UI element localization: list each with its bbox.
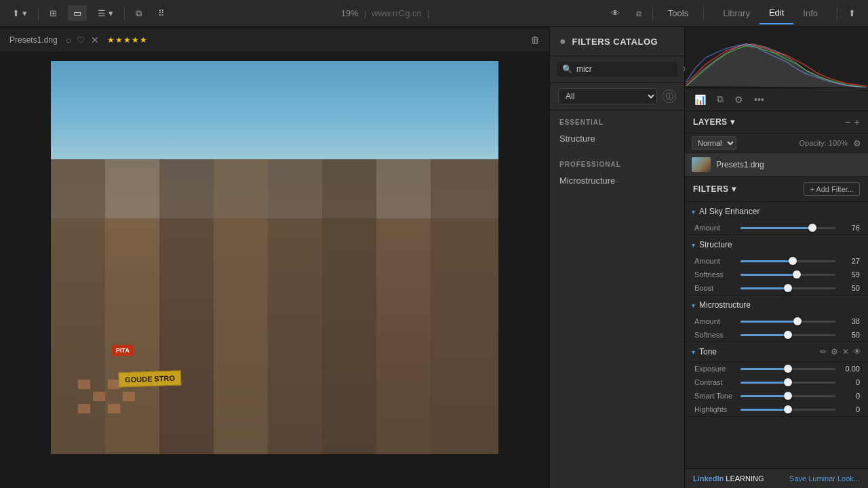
filmstrip-button[interactable]: ☰ ▾ [92,5,119,21]
compare-button[interactable]: ⧈ [631,5,647,22]
histogram-icon-button[interactable]: 📊 [692,93,709,106]
add-filter-button[interactable]: + Add Filter... [804,182,860,196]
tone-actions: ✏ ⚙ ✕ 👁 [820,347,861,357]
filters-all-row: All ⓘ [550,83,684,110]
ai-sky-chevron: ▾ [692,208,695,216]
structure-chevron: ▾ [692,241,695,249]
microstructure-chevron: ▾ [692,302,695,309]
heart-icon-button[interactable]: ♡ [77,35,85,45]
filters-panel-close-button[interactable]: ● [559,35,566,47]
structure-header[interactable]: ▾ Structure [685,235,868,254]
filters-panel-title: FILTERS CATALOG [572,37,658,47]
tone-visibility-button[interactable]: 👁 [853,347,861,357]
tone-highlights-label: Highlights [694,405,735,413]
layers-icon-button[interactable]: ⧉ [714,92,726,106]
bottom-bar-text: LinkedIn LEARNING [693,474,764,483]
microstructure-softness-row: Softness 50 [685,328,868,342]
histogram-chart [685,27,868,87]
ai-sky-amount-value: 76 [841,224,860,232]
tone-contrast-value: 0 [841,378,860,386]
microstructure-amount-slider[interactable] [741,321,835,323]
settings-icon-button[interactable]: ⚙ [732,93,746,106]
edit-tab[interactable]: Edit [760,2,793,24]
filters-section-header: FILTERS ▾ + Add Filter... [685,177,868,202]
grid-view-button[interactable]: ⊞ [44,5,62,21]
photo-image: GOUDE STRO PITA [51,61,498,454]
more-icon-button[interactable]: ••• [751,93,767,106]
tone-exposure-slider[interactable] [741,368,835,370]
tone-exposure-value: 0.00 [841,365,860,373]
eye-icon: 👁 [611,8,620,18]
apps-icon: ⠿ [158,8,165,18]
layer-thumbnail [692,157,711,172]
filters-catalog-panel: ● FILTERS CATALOG 🔍 ✕ All ⓘ ESSENTIAL St… [549,27,685,488]
tone-contrast-slider[interactable] [741,382,835,384]
tone-smart-row: Smart Tone 0 [685,389,868,403]
blend-mode-select[interactable]: Normal [692,136,736,150]
ai-sky-amount-row: Amount 76 [685,221,868,235]
apps-button[interactable]: ⠿ [153,5,170,21]
tone-settings-button[interactable]: ⚙ [831,347,838,357]
eye-button[interactable]: 👁 [606,5,625,21]
export-button[interactable]: ⬆ ▾ [7,5,33,21]
single-view-button[interactable]: ▭ [68,5,87,21]
layer-item[interactable]: Presets1.dng [685,153,868,177]
tone-smart-slider[interactable] [741,395,835,397]
layers-minus-button[interactable]: − [845,117,850,127]
filters-info-button[interactable]: ⓘ [663,89,676,103]
structure-amount-value: 27 [841,257,860,265]
tone-close-button[interactable]: ✕ [842,347,849,357]
filename-label: Presets1.dng [9,35,58,45]
structure-boost-slider[interactable] [741,287,835,289]
search-input[interactable] [576,64,678,74]
tone-contrast-label: Contrast [694,378,735,386]
layers-plus-button[interactable]: + [854,117,860,127]
zoom-level: 19% [341,8,359,18]
photo-container: GOUDE STRO PITA [51,61,498,454]
top-tabs: Library Edit Info [709,2,831,24]
tone-brush-button[interactable]: ✏ [820,347,827,357]
microstructure-softness-slider[interactable] [741,334,835,336]
ai-sky-enhancer-header[interactable]: ▾ AI Sky Enhancer [685,202,868,221]
tone-group: ▾ Tone ✏ ⚙ ✕ 👁 Exposure 0.00 Contrast [685,342,868,417]
delete-icon-button[interactable]: 🗑 [530,35,540,45]
layer-gear-button[interactable]: ⚙ [853,138,861,148]
tone-highlights-slider[interactable] [741,409,835,411]
library-tab[interactable]: Library [713,3,760,24]
filter-item-microstructure[interactable]: Microstructure [550,172,684,189]
tone-header[interactable]: ▾ Tone ✏ ⚙ ✕ 👁 [685,342,868,362]
share-button[interactable]: ⬆ [843,5,861,21]
filter-item-structure[interactable]: Structure [550,130,684,147]
ai-sky-enhancer-name: AI Sky Enhancer [699,207,861,216]
structure-boost-row: Boost 50 [685,281,868,295]
reject-icon-button[interactable]: ✕ [91,35,99,45]
status-bar: Presets1.dng ○ ♡ ✕ ★★★★★ 🗑 [0,27,549,52]
circle-icon-button[interactable]: ○ [66,35,71,45]
structure-softness-label: Softness [694,270,735,279]
professional-section: PROFESSIONAL Microstructure [550,152,684,195]
info-tab[interactable]: Info [793,3,827,24]
structure-group: ▾ Structure Amount 27 Softness 59 [685,235,868,296]
structure-boost-label: Boost [694,284,735,292]
ai-sky-amount-slider[interactable] [741,227,835,229]
microstructure-group: ▾ Microstructure Amount 38 Softness 50 [685,296,868,342]
layers-actions: − + [845,117,860,127]
essential-label: ESSENTIAL [550,116,684,130]
structure-softness-slider[interactable] [741,274,835,276]
split-view-button[interactable]: ⧉ [130,5,147,22]
microstructure-header[interactable]: ▾ Microstructure [685,296,868,314]
search-input-wrap: 🔍 ✕ [557,62,677,77]
filmstrip-icon: ☰ [98,8,106,18]
layer-controls: Normal Opacity: 100% ⚙ [685,134,868,153]
microstructure-amount-value: 38 [841,317,860,325]
category-select[interactable]: All [558,88,657,104]
tools-button[interactable]: Tools [658,4,698,22]
save-look-link[interactable]: Save Luminar Look... [789,474,860,483]
structure-amount-slider[interactable] [741,260,835,262]
microstructure-softness-value: 50 [841,331,860,339]
structure-softness-row: Softness 59 [685,268,868,281]
opacity-label: Opacity: 100% [799,139,848,147]
photo-area: GOUDE STRO PITA Presets1.dng ○ ♡ ✕ ★★★★★… [0,27,549,488]
tone-highlights-value: 0 [841,405,860,413]
watermark-text: www.rrCg.cn [372,8,422,18]
